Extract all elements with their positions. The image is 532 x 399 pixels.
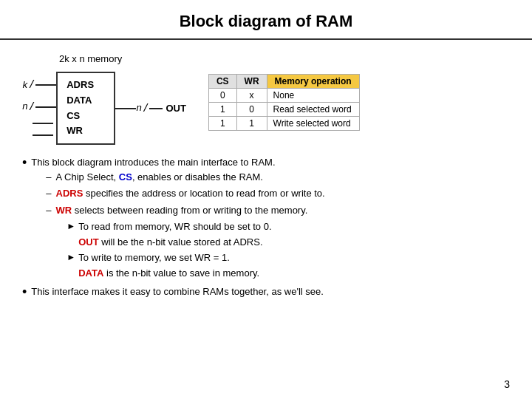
dash-sym-1: – bbox=[46, 170, 51, 185]
bullet-1: • This block diagram introduces the main… bbox=[22, 155, 510, 282]
input-line-cs bbox=[22, 123, 56, 124]
col-cs: CS bbox=[208, 75, 236, 89]
arrow-4: ► DATA is the n-bit value to save in mem… bbox=[66, 266, 510, 281]
arrow-text-3: To write to memory, we set WR = 1. bbox=[78, 250, 230, 265]
bullet-dot-2: • bbox=[22, 285, 27, 299]
cell-op-none: None bbox=[267, 89, 359, 103]
slash-adrs: / bbox=[29, 79, 35, 91]
wr-highlight: WR bbox=[56, 205, 72, 216]
cell-op-read: Read selected word bbox=[267, 103, 359, 117]
truth-table-container: CS WR Memory operation 0 x None 1 0 Read… bbox=[208, 74, 360, 131]
k-label: k bbox=[22, 80, 28, 91]
slash-data: / bbox=[29, 101, 35, 113]
cs-highlight: CS bbox=[119, 171, 132, 183]
dash-3: – WR selects between reading from or wri… bbox=[46, 203, 510, 218]
dash-text-3: WR selects between reading from or writi… bbox=[56, 203, 308, 218]
n-label: n bbox=[22, 101, 28, 112]
arrow-3: ► To write to memory, we set WR = 1. bbox=[66, 250, 510, 265]
arrow-text-4: DATA is the n-bit value to save in memor… bbox=[78, 266, 259, 281]
input-lines: k / n / bbox=[22, 75, 56, 142]
table-row: 1 0 Read selected word bbox=[208, 103, 359, 117]
adrs-highlight: ADRS bbox=[56, 188, 83, 199]
line-out2 bbox=[149, 108, 163, 109]
dash-text-1: A Chip Select, CS, enables or disables t… bbox=[56, 170, 263, 185]
ram-wr: WR bbox=[66, 123, 105, 139]
top-section: 2k x n memory k / n / bbox=[22, 53, 510, 145]
table-row: 0 x None bbox=[208, 89, 359, 103]
cell-cs-1a: 1 bbox=[208, 103, 236, 117]
dash-2: – ADRS specifies the address or location… bbox=[46, 186, 510, 201]
cell-wr-1: 1 bbox=[236, 117, 267, 131]
line-adrs bbox=[35, 84, 56, 86]
table-row: 1 1 Write selected word bbox=[208, 117, 359, 131]
slash-out: / bbox=[143, 103, 149, 115]
dash-sym-3: – bbox=[46, 203, 51, 218]
ram-diagram: k / n / bbox=[22, 72, 186, 145]
cell-op-write: Write selected word bbox=[267, 117, 359, 131]
ram-data: DATA bbox=[66, 93, 105, 109]
col-op: Memory operation bbox=[267, 75, 359, 89]
cell-cs-1b: 1 bbox=[208, 117, 236, 131]
input-line-wr bbox=[22, 134, 56, 136]
line-data bbox=[35, 106, 56, 108]
memory-label: 2k x n memory bbox=[59, 53, 122, 64]
output-area: n / OUT bbox=[115, 103, 186, 115]
line-wr bbox=[33, 134, 53, 136]
ram-block: ADRS DATA CS WR bbox=[56, 72, 115, 145]
data-highlight: DATA bbox=[78, 267, 103, 279]
cell-wr-x: x bbox=[236, 89, 267, 103]
ram-cs: CS bbox=[66, 109, 105, 124]
page-title: Block diagram of RAM bbox=[0, 0, 532, 40]
cell-cs-0: 0 bbox=[208, 89, 236, 103]
arrow-1: ► To read from memory, WR should be set … bbox=[66, 219, 510, 234]
ram-adrs: ADRS bbox=[66, 78, 105, 93]
cell-wr-0: 0 bbox=[236, 103, 267, 117]
page-number: 3 bbox=[504, 378, 510, 390]
arrow-sym-3: ► bbox=[66, 250, 75, 265]
arrow-sym-1: ► bbox=[66, 219, 75, 234]
dash-1: – A Chip Select, CS, enables or disables… bbox=[46, 170, 510, 185]
bullet-text-1: This block diagram introduces the main i… bbox=[31, 155, 510, 282]
truth-table: CS WR Memory operation 0 x None 1 0 Read… bbox=[208, 74, 360, 131]
bullet-dot-1: • bbox=[22, 156, 27, 282]
col-wr: WR bbox=[236, 75, 267, 89]
arrow-text-2: OUT will be the n-bit value stored at AD… bbox=[78, 235, 262, 250]
n-out-label: n bbox=[136, 103, 142, 114]
dash-sym-2: – bbox=[46, 186, 51, 201]
arrow-text-1: To read from memory, WR should be set to… bbox=[78, 219, 271, 234]
out-highlight: OUT bbox=[78, 236, 98, 248]
arrow-2: ► OUT will be the n-bit value stored at … bbox=[66, 235, 510, 250]
dash-text-2: ADRS specifies the address or location t… bbox=[56, 186, 325, 201]
bullet-text-2: This interface makes it easy to combine … bbox=[31, 284, 510, 299]
input-line-data: n / bbox=[22, 101, 56, 113]
line-cs bbox=[33, 123, 53, 124]
line-out bbox=[115, 108, 136, 109]
bullet-2: • This interface makes it easy to combin… bbox=[22, 284, 510, 299]
content-area: • This block diagram introduces the main… bbox=[22, 155, 510, 299]
input-line-adrs: k / bbox=[22, 79, 56, 91]
out-label: OUT bbox=[166, 103, 185, 114]
ram-box-area: 2k x n memory k / n / bbox=[22, 53, 186, 145]
